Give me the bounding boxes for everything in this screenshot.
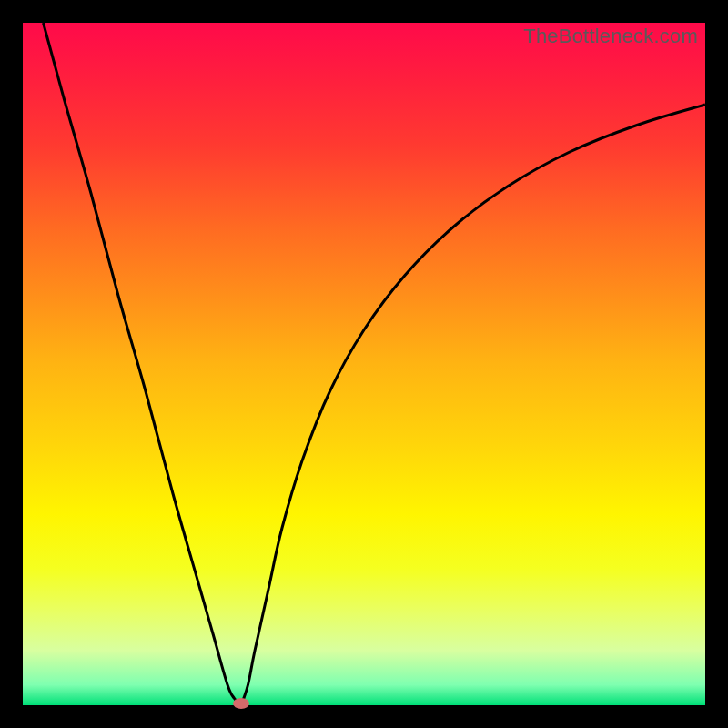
chart-frame: TheBottleneck.com — [0, 0, 728, 728]
minimum-marker — [233, 698, 249, 709]
curve-left-branch — [44, 23, 242, 705]
plot-area: TheBottleneck.com — [23, 23, 705, 705]
bottleneck-curve — [23, 23, 705, 705]
curve-right-branch — [241, 105, 705, 705]
